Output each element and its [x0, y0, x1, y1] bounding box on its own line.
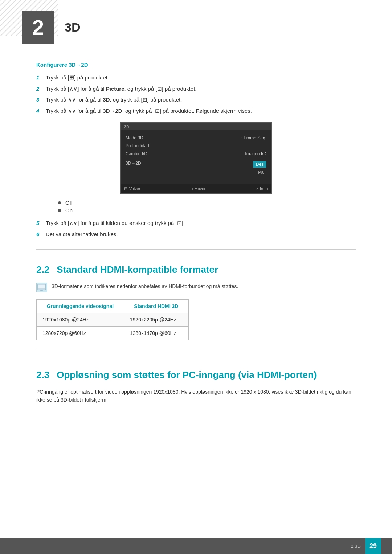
section-2-2: 2.2 Standard HDMI-kompatible formater 3D… — [36, 260, 356, 340]
step-2-text: Trykk på [∧∨] for å gå til Picture, og t… — [46, 85, 196, 93]
section-2-2-number: 2.2 — [36, 264, 49, 275]
option-on-label: On — [65, 207, 73, 213]
chapter-title: 3D — [65, 20, 80, 34]
option-on: On — [58, 207, 356, 213]
screen-option-pa: Pa — [255, 169, 266, 176]
screen-label-4: 3D→2D — [126, 161, 141, 176]
step-1-number: 1 — [36, 74, 46, 82]
option-off-label: Off — [65, 200, 73, 206]
table-col2-header: Standard HDMI 3D — [124, 300, 188, 313]
table-row: 1920x1080p @24Hz 1920x2205p @24Hz — [37, 313, 189, 327]
step-5-number: 5 — [36, 219, 46, 227]
screen-label-3: Cambio I/D — [126, 151, 147, 156]
format-table: Grunnleggende videosignal Standard HDMI … — [36, 299, 189, 340]
step-6-text: Det valgte alternativet brukes. — [46, 230, 118, 239]
chapter-number: 2 — [22, 11, 54, 44]
step-4-number: 4 — [36, 107, 46, 115]
volver-label: Volver — [129, 186, 140, 191]
step-4: 4 Trykk på ∧∨ for å gå til 3D→2D, og try… — [36, 107, 356, 115]
section-divider-1 — [36, 249, 356, 250]
table-cell-2-2: 1280x1470p @60Hz — [124, 327, 188, 340]
mover-label: Mover — [195, 186, 206, 191]
section-2-2-title: Standard HDMI-kompatible formater — [57, 264, 218, 275]
step-4-text: Trykk på ∧∨ for å gå til 3D→2D, og trykk… — [46, 107, 252, 115]
step-5-text: Trykk på [∧∨] for å gå til kilden du øns… — [46, 219, 185, 227]
screen-body: Modo 3D : Frame Seq. Profundidad Cambio … — [121, 130, 271, 181]
step-3-number: 3 — [36, 96, 46, 104]
screen-footer-mover: ◇ Mover — [190, 186, 206, 191]
screen-label-2: Profundidad — [126, 143, 149, 148]
note-box: 3D-formatene som indikeres nedenfor anbe… — [36, 283, 356, 292]
screen-value-3: : Imagen I/D — [243, 151, 266, 156]
chapter-header: 2 3D — [0, 0, 392, 51]
step-5: 5 Trykk på [∧∨] for å gå til kilden du ø… — [36, 219, 356, 227]
step-1-text: Trykk på [⊞] på produktet. — [46, 74, 109, 82]
table-cell-1-2: 1920x2205p @24Hz — [124, 313, 188, 327]
footer-label: 2 3D — [351, 543, 361, 549]
page-footer: 2 3D 29 — [0, 538, 392, 554]
section-divider-2 — [36, 351, 356, 351]
screen-option-des: Des — [253, 161, 266, 168]
step-1: 1 Trykk på [⊞] på produktet. — [36, 74, 356, 82]
intro-label: Intro — [260, 186, 268, 191]
screen-row-3: Cambio I/D : Imagen I/D — [126, 150, 266, 158]
table-col1-header: Grunnleggende videosignal — [37, 300, 124, 313]
section-2-3-number: 2.3 — [36, 369, 49, 381]
step-3: 3 Trykk på ∧∨ for å gå til 3D, og trykk … — [36, 96, 356, 104]
step-2-number: 2 — [36, 85, 46, 93]
screen-footer-intro: ↵ Intro — [255, 186, 268, 191]
screen-value-4: Des Pa — [230, 161, 266, 176]
section-configure-heading: Konfigurere 3D→2D — [36, 62, 356, 68]
section-2-3-body: PC-inngang er optimalisert for video i o… — [36, 388, 356, 404]
option-off: Off — [58, 200, 356, 206]
step-3-text: Trykk på ∧∨ for å gå til 3D, og trykk på… — [46, 96, 182, 104]
step-6-number: 6 — [36, 230, 46, 239]
note-text: 3D-formatene som indikeres nedenfor anbe… — [52, 283, 238, 290]
screen-row-2: Profundidad — [126, 142, 266, 150]
screen-row-1: Modo 3D : Frame Seq. — [126, 134, 266, 142]
table-cell-2-1: 1280x720p @60Hz — [37, 327, 124, 340]
volver-icon: ⊞ — [124, 186, 128, 191]
screen-mockup: 3D Modo 3D : Frame Seq. Profundidad Camb… — [120, 122, 272, 194]
screen-title-bar: 3D — [121, 123, 271, 130]
footer-page-number: 29 — [365, 538, 381, 554]
note-icon — [36, 283, 47, 292]
section-2-3-title: Oppløsning som støttes for PC-inngang (v… — [57, 369, 317, 381]
screen-label-1: Modo 3D — [126, 135, 143, 140]
bullet-dot-on — [58, 209, 61, 212]
options-list: Off On — [58, 200, 356, 213]
screen-row-4: 3D→2D Des Pa — [126, 159, 266, 177]
step-6: 6 Det valgte alternativet brukes. — [36, 230, 356, 239]
table-row: 1280x720p @60Hz 1280x1470p @60Hz — [37, 327, 189, 340]
svg-rect-3 — [38, 285, 45, 288]
section-2-3: 2.3 Oppløsning som støttes for PC-inngan… — [36, 366, 356, 404]
steps-list: 1 Trykk på [⊞] på produktet. 2 Trykk på … — [36, 74, 356, 115]
screen-footer: ⊞ Volver ◇ Mover ↵ Intro — [121, 184, 271, 193]
bullet-dot-off — [58, 201, 61, 204]
screen-container: 3D Modo 3D : Frame Seq. Profundidad Camb… — [36, 122, 356, 194]
screen-value-1: : Frame Seq. — [241, 135, 266, 140]
screen-footer-volver: ⊞ Volver — [124, 186, 140, 191]
main-content: Konfigurere 3D→2D 1 Trykk på [⊞] på prod… — [0, 51, 392, 419]
table-cell-1-1: 1920x1080p @24Hz — [37, 313, 124, 327]
step-2: 2 Trykk på [∧∨] for å gå til Picture, og… — [36, 85, 356, 93]
intro-icon: ↵ — [255, 186, 258, 191]
mover-icon: ◇ — [190, 186, 193, 191]
